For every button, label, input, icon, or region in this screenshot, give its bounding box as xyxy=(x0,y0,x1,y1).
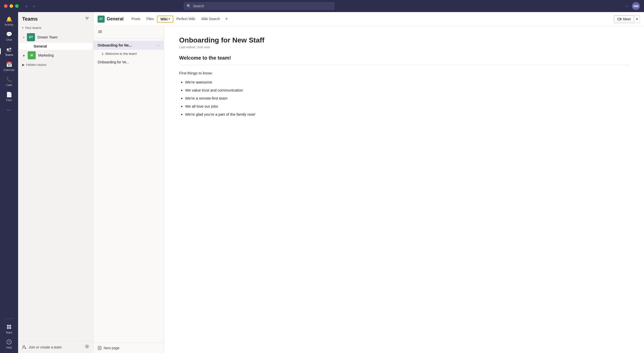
tab-wiki-label: Wiki xyxy=(160,17,168,21)
wiki-sidebar-toolbar xyxy=(94,26,164,39)
hidden-teams-section[interactable]: ▶ Hidden teams xyxy=(18,61,93,69)
sidebar-item-teams-label: Teams xyxy=(5,53,13,56)
wiki-page-more-onboarding-new[interactable]: ··· xyxy=(157,43,160,47)
new-page-label: New page xyxy=(104,346,119,350)
wiki-page-title-onboarding-new: Onboarding for Ne... xyxy=(98,43,155,47)
settings-button[interactable] xyxy=(85,344,89,350)
hidden-teams-label: Hidden teams xyxy=(26,63,46,67)
sidebar-item-calls[interactable]: 📞 Calls xyxy=(0,74,18,89)
svg-rect-5 xyxy=(7,327,9,329)
sidebar-item-teams[interactable]: Teams xyxy=(0,44,18,58)
teams-list: ▾ Your teams ▾ DT Dream Team ··· General… xyxy=(18,24,93,341)
header-right: Meet ▾ xyxy=(614,15,640,23)
more-options-button[interactable]: ··· xyxy=(625,4,629,9)
svg-rect-4 xyxy=(9,325,11,327)
main-content: DT General Posts Files Wiki ▾ Perfect Wi… xyxy=(94,12,644,353)
channel-item-general[interactable]: General xyxy=(19,43,92,50)
files-icon: 📄 xyxy=(6,92,12,98)
your-teams-label: Your teams xyxy=(25,26,41,30)
wiki-page-title-onboarding-ve: Onboarding for Ve... xyxy=(98,60,155,64)
maximize-button[interactable] xyxy=(15,4,19,8)
team-item-dream-team[interactable]: ▾ DT Dream Team ··· xyxy=(19,32,92,43)
wiki-document: Onboarding for New Staff Last edited: Ju… xyxy=(164,26,644,353)
join-create-team-button[interactable]: Join or create a team xyxy=(22,345,62,349)
svg-rect-3 xyxy=(7,325,9,327)
apps-icon xyxy=(6,324,12,330)
meet-button[interactable]: Meet xyxy=(614,15,634,23)
titlebar-right: ··· NM xyxy=(625,2,640,10)
tab-posts[interactable]: Posts xyxy=(129,12,143,26)
dream-team-avatar: DT xyxy=(27,33,35,41)
bullet-item-1: We value trust and communication xyxy=(185,87,629,93)
forward-button[interactable]: › xyxy=(31,3,37,10)
filter-button[interactable] xyxy=(85,16,89,22)
sidebar-item-apps-label: Apps xyxy=(6,331,12,334)
svg-text:?: ? xyxy=(8,340,10,344)
doc-body: First things to know: We're awesome We v… xyxy=(179,70,629,117)
sidebar-item-apps[interactable]: Apps xyxy=(0,322,18,336)
back-button[interactable]: ‹ xyxy=(24,3,29,10)
wiki-subpage-welcome-label: 1. Welcome to the team! xyxy=(102,52,137,56)
tab-wiki-search-label: Wiki Search xyxy=(201,17,220,21)
close-button[interactable] xyxy=(4,4,8,8)
titlebar: ‹ › 🔍 Search ··· NM xyxy=(0,0,644,12)
tab-posts-label: Posts xyxy=(132,17,140,21)
wiki-subpage-welcome[interactable]: 1. Welcome to the team! xyxy=(94,50,164,58)
your-teams-chevron: ▾ xyxy=(22,26,23,29)
sidebar-item-chat-label: Chat xyxy=(6,38,12,41)
tab-wiki[interactable]: Wiki ▾ xyxy=(157,16,174,23)
sidebar-item-more[interactable]: ··· xyxy=(0,105,18,115)
your-teams-section[interactable]: ▾ Your teams xyxy=(18,24,93,32)
svg-rect-0 xyxy=(7,49,9,50)
bullet-item-4: We're glad you're a part of the family n… xyxy=(185,111,629,117)
sidebar-item-calendar-label: Calendar xyxy=(4,68,15,71)
avatar[interactable]: NM xyxy=(632,2,640,10)
bullet-item-2: We're a remote-first team xyxy=(185,95,629,101)
marketing-avatar: M xyxy=(28,51,36,59)
join-create-label: Join or create a team xyxy=(29,345,62,349)
sidebar-item-chat[interactable]: 💬 Chat xyxy=(0,29,18,43)
app-body: 🔔 Activity 💬 Chat Teams 📅 Calendar 📞 Cal… xyxy=(0,12,644,353)
wiki-dropdown-icon: ▾ xyxy=(169,18,170,20)
help-icon: ? xyxy=(6,339,12,345)
new-page-button[interactable]: New page xyxy=(94,343,164,353)
dream-team-chevron: ▾ xyxy=(23,36,24,39)
minimize-button[interactable] xyxy=(10,4,13,8)
tab-wiki-search[interactable]: Wiki Search xyxy=(198,12,223,26)
chat-icon: 💬 xyxy=(6,31,12,37)
sidebar-item-activity[interactable]: 🔔 Activity xyxy=(0,14,18,28)
doc-title: Onboarding for New Staff xyxy=(179,36,629,44)
search-icon: 🔍 xyxy=(187,4,191,8)
tab-perfect-wiki[interactable]: Perfect Wiki xyxy=(173,12,198,26)
sidebar-item-files[interactable]: 📄 Files xyxy=(0,90,18,104)
search-placeholder: Search xyxy=(193,4,204,8)
wiki-area: Onboarding for Ne... ··· 1. Welcome to t… xyxy=(94,26,644,353)
svg-point-15 xyxy=(86,346,88,347)
traffic-lights xyxy=(4,4,19,8)
teams-panel: Teams ▾ Your teams ▾ DT Dream Team ··· xyxy=(18,12,94,353)
wiki-sidebar: Onboarding for Ne... ··· 1. Welcome to t… xyxy=(94,26,164,353)
search-bar[interactable]: 🔍 Search xyxy=(184,2,335,10)
hidden-teams-chevron: ▶ xyxy=(22,63,25,67)
sidebar-icons: 🔔 Activity 💬 Chat Teams 📅 Calendar 📞 Cal… xyxy=(0,12,18,353)
doc-divider xyxy=(179,65,629,65)
wiki-page-item-onboarding-new[interactable]: Onboarding for Ne... ··· xyxy=(94,41,164,50)
team-item-marketing[interactable]: ▶ M Marketing ··· xyxy=(19,50,92,61)
meet-dropdown-button[interactable]: ▾ xyxy=(634,16,640,22)
calendar-icon: 📅 xyxy=(6,61,12,67)
calls-icon: 📞 xyxy=(6,76,12,82)
channel-team-avatar: DT xyxy=(98,16,105,23)
sidebar-item-help-label: Help xyxy=(6,346,12,349)
wiki-page-item-onboarding-ve[interactable]: Onboarding for Ve... ··· xyxy=(94,58,164,67)
sidebar-item-help[interactable]: ? Help xyxy=(0,337,18,351)
svg-rect-1 xyxy=(9,48,11,50)
tab-files[interactable]: Files xyxy=(143,12,157,26)
bullet-item-3: We all love our jobs xyxy=(185,103,629,109)
add-tab-button[interactable]: + xyxy=(223,16,230,22)
doc-intro: First things to know: xyxy=(179,70,629,76)
nav-buttons: ‹ › xyxy=(24,3,37,10)
sidebar-item-calendar[interactable]: 📅 Calendar xyxy=(0,59,18,73)
channel-header: DT General Posts Files Wiki ▾ Perfect Wi… xyxy=(94,12,644,26)
tab-perfect-wiki-label: Perfect Wiki xyxy=(176,17,195,21)
hamburger-button[interactable] xyxy=(98,29,103,35)
